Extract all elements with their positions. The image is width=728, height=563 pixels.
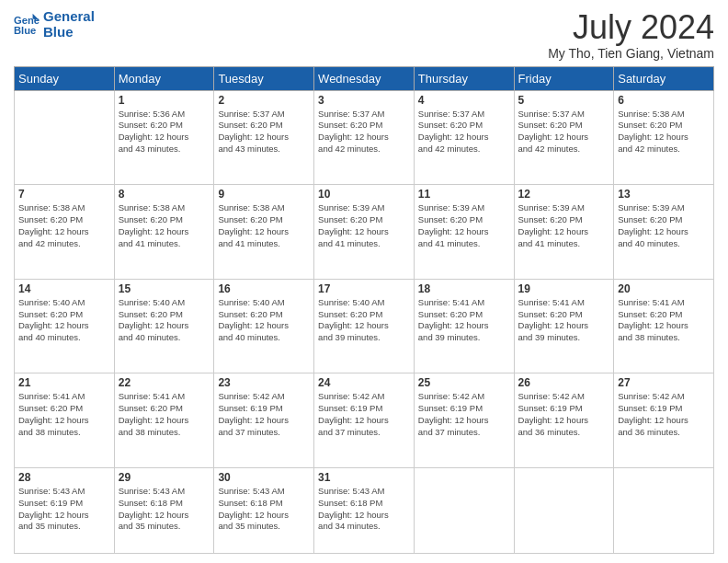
day-number: 4 <box>418 94 510 107</box>
day-number: 5 <box>518 94 610 107</box>
calendar-week-row: 21Sunrise: 5:41 AM Sunset: 6:20 PM Dayli… <box>15 373 714 468</box>
day-number: 8 <box>119 188 210 201</box>
calendar-header-wednesday: Wednesday <box>314 66 415 90</box>
day-number: 18 <box>418 282 510 295</box>
day-number: 13 <box>618 188 710 201</box>
calendar-cell <box>15 90 115 185</box>
day-info: Sunrise: 5:43 AM Sunset: 6:19 PM Dayligh… <box>18 486 110 533</box>
day-info: Sunrise: 5:37 AM Sunset: 6:20 PM Dayligh… <box>218 109 310 155</box>
day-info: Sunrise: 5:37 AM Sunset: 6:20 PM Dayligh… <box>318 109 410 155</box>
calendar-cell <box>414 468 514 554</box>
calendar-cell: 21Sunrise: 5:41 AM Sunset: 6:20 PM Dayli… <box>15 373 115 468</box>
day-info: Sunrise: 5:42 AM Sunset: 6:19 PM Dayligh… <box>318 391 410 438</box>
calendar-cell: 19Sunrise: 5:41 AM Sunset: 6:20 PM Dayli… <box>514 279 614 373</box>
location: My Tho, Tien Giang, Vietnam <box>548 46 714 61</box>
calendar-week-row: 7Sunrise: 5:38 AM Sunset: 6:20 PM Daylig… <box>15 185 714 280</box>
calendar-cell: 30Sunrise: 5:43 AM Sunset: 6:18 PM Dayli… <box>214 468 314 554</box>
day-info: Sunrise: 5:40 AM Sunset: 6:20 PM Dayligh… <box>119 297 210 344</box>
svg-text:Blue: Blue <box>14 25 36 36</box>
day-info: Sunrise: 5:41 AM Sunset: 6:20 PM Dayligh… <box>418 297 510 344</box>
day-number: 21 <box>18 376 110 389</box>
day-number: 11 <box>418 188 510 201</box>
day-info: Sunrise: 5:38 AM Sunset: 6:20 PM Dayligh… <box>618 109 710 155</box>
calendar-cell: 1Sunrise: 5:36 AM Sunset: 6:20 PM Daylig… <box>114 90 214 185</box>
logo-line2: Blue <box>43 25 95 40</box>
calendar-cell: 26Sunrise: 5:42 AM Sunset: 6:19 PM Dayli… <box>514 373 614 468</box>
day-number: 6 <box>618 94 710 107</box>
day-number: 22 <box>119 376 210 389</box>
calendar-header-sunday: Sunday <box>15 66 115 90</box>
calendar-cell: 25Sunrise: 5:42 AM Sunset: 6:19 PM Dayli… <box>414 373 514 468</box>
day-info: Sunrise: 5:37 AM Sunset: 6:20 PM Dayligh… <box>518 109 610 155</box>
calendar-cell: 18Sunrise: 5:41 AM Sunset: 6:20 PM Dayli… <box>414 279 514 373</box>
calendar-week-row: 14Sunrise: 5:40 AM Sunset: 6:20 PM Dayli… <box>15 279 714 373</box>
calendar-header-thursday: Thursday <box>414 66 514 90</box>
logo-line1: General <box>43 9 95 25</box>
calendar-cell: 27Sunrise: 5:42 AM Sunset: 6:19 PM Dayli… <box>614 373 714 468</box>
day-info: Sunrise: 5:39 AM Sunset: 6:20 PM Dayligh… <box>318 202 410 249</box>
calendar-cell: 28Sunrise: 5:43 AM Sunset: 6:19 PM Dayli… <box>15 468 115 554</box>
day-info: Sunrise: 5:42 AM Sunset: 6:19 PM Dayligh… <box>518 391 610 438</box>
calendar-header-monday: Monday <box>114 66 214 90</box>
day-number: 29 <box>119 471 210 484</box>
calendar-header-friday: Friday <box>514 66 614 90</box>
day-info: Sunrise: 5:38 AM Sunset: 6:20 PM Dayligh… <box>18 202 110 249</box>
logo-icon: General Blue <box>14 12 40 38</box>
calendar-cell: 31Sunrise: 5:43 AM Sunset: 6:18 PM Dayli… <box>314 468 415 554</box>
day-info: Sunrise: 5:40 AM Sunset: 6:20 PM Dayligh… <box>18 297 110 344</box>
month-title: July 2024 <box>548 9 714 46</box>
day-number: 2 <box>218 94 310 107</box>
day-info: Sunrise: 5:40 AM Sunset: 6:20 PM Dayligh… <box>318 297 410 344</box>
calendar-cell: 16Sunrise: 5:40 AM Sunset: 6:20 PM Dayli… <box>214 279 314 373</box>
day-number: 19 <box>518 282 610 295</box>
calendar-cell: 4Sunrise: 5:37 AM Sunset: 6:20 PM Daylig… <box>414 90 514 185</box>
day-info: Sunrise: 5:40 AM Sunset: 6:20 PM Dayligh… <box>218 297 310 344</box>
calendar-table: SundayMondayTuesdayWednesdayThursdayFrid… <box>14 66 714 554</box>
calendar-cell: 23Sunrise: 5:42 AM Sunset: 6:19 PM Dayli… <box>214 373 314 468</box>
calendar-cell: 24Sunrise: 5:42 AM Sunset: 6:19 PM Dayli… <box>314 373 415 468</box>
calendar-header-saturday: Saturday <box>614 66 714 90</box>
day-info: Sunrise: 5:41 AM Sunset: 6:20 PM Dayligh… <box>518 297 610 344</box>
day-info: Sunrise: 5:42 AM Sunset: 6:19 PM Dayligh… <box>418 391 510 438</box>
calendar-cell: 17Sunrise: 5:40 AM Sunset: 6:20 PM Dayli… <box>314 279 415 373</box>
day-info: Sunrise: 5:37 AM Sunset: 6:20 PM Dayligh… <box>418 109 510 155</box>
day-number: 23 <box>218 376 310 389</box>
day-number: 27 <box>618 376 710 389</box>
calendar-header-tuesday: Tuesday <box>214 66 314 90</box>
day-info: Sunrise: 5:38 AM Sunset: 6:20 PM Dayligh… <box>119 202 210 249</box>
calendar-cell: 6Sunrise: 5:38 AM Sunset: 6:20 PM Daylig… <box>614 90 714 185</box>
day-number: 16 <box>218 282 310 295</box>
calendar-header-row: SundayMondayTuesdayWednesdayThursdayFrid… <box>15 66 714 90</box>
day-number: 12 <box>518 188 610 201</box>
calendar-cell <box>514 468 614 554</box>
calendar-cell: 13Sunrise: 5:39 AM Sunset: 6:20 PM Dayli… <box>614 185 714 280</box>
calendar-cell: 10Sunrise: 5:39 AM Sunset: 6:20 PM Dayli… <box>314 185 415 280</box>
day-number: 25 <box>418 376 510 389</box>
day-info: Sunrise: 5:39 AM Sunset: 6:20 PM Dayligh… <box>618 202 710 249</box>
calendar-cell: 15Sunrise: 5:40 AM Sunset: 6:20 PM Dayli… <box>114 279 214 373</box>
header: General Blue General Blue July 2024 My T… <box>14 9 714 61</box>
day-info: Sunrise: 5:39 AM Sunset: 6:20 PM Dayligh… <box>518 202 610 249</box>
calendar-cell: 14Sunrise: 5:40 AM Sunset: 6:20 PM Dayli… <box>15 279 115 373</box>
day-number: 10 <box>318 188 410 201</box>
calendar-cell: 22Sunrise: 5:41 AM Sunset: 6:20 PM Dayli… <box>114 373 214 468</box>
day-number: 1 <box>119 94 210 107</box>
calendar-cell: 2Sunrise: 5:37 AM Sunset: 6:20 PM Daylig… <box>214 90 314 185</box>
calendar-cell: 20Sunrise: 5:41 AM Sunset: 6:20 PM Dayli… <box>614 279 714 373</box>
calendar-week-row: 28Sunrise: 5:43 AM Sunset: 6:19 PM Dayli… <box>15 468 714 554</box>
calendar-cell <box>614 468 714 554</box>
title-block: July 2024 My Tho, Tien Giang, Vietnam <box>548 9 714 61</box>
day-info: Sunrise: 5:42 AM Sunset: 6:19 PM Dayligh… <box>218 391 310 438</box>
day-info: Sunrise: 5:42 AM Sunset: 6:19 PM Dayligh… <box>618 391 710 438</box>
calendar-cell: 9Sunrise: 5:38 AM Sunset: 6:20 PM Daylig… <box>214 185 314 280</box>
calendar-cell: 3Sunrise: 5:37 AM Sunset: 6:20 PM Daylig… <box>314 90 415 185</box>
calendar-cell: 5Sunrise: 5:37 AM Sunset: 6:20 PM Daylig… <box>514 90 614 185</box>
day-number: 3 <box>318 94 410 107</box>
day-info: Sunrise: 5:43 AM Sunset: 6:18 PM Dayligh… <box>318 486 410 533</box>
svg-text:General: General <box>14 15 40 26</box>
day-info: Sunrise: 5:41 AM Sunset: 6:20 PM Dayligh… <box>119 391 210 438</box>
calendar-cell: 29Sunrise: 5:43 AM Sunset: 6:18 PM Dayli… <box>114 468 214 554</box>
page: General Blue General Blue July 2024 My T… <box>0 0 728 563</box>
day-number: 24 <box>318 376 410 389</box>
day-number: 7 <box>18 188 110 201</box>
